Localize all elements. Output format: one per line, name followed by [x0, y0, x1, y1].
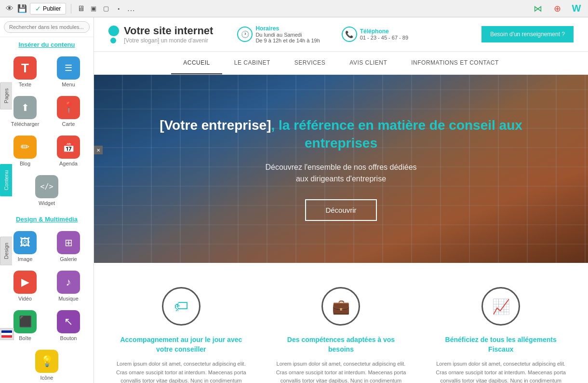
- module-carte[interactable]: 📍 Carte: [47, 92, 90, 131]
- toolbar-left: 👁 💾 ✓ Publier 🖥 ▣ ▢ ▪ ...: [5, 3, 527, 14]
- hero-section: [Votre entreprise], la référence en mati…: [94, 75, 588, 263]
- site-title: Votre site internet: [124, 25, 213, 37]
- close-x-container: ✕: [94, 146, 103, 154]
- hero-title: [Votre entreprise], la référence en mati…: [134, 117, 548, 152]
- module-video[interactable]: ▶ Vidéo: [4, 267, 46, 305]
- save-icon[interactable]: 💾: [17, 4, 27, 14]
- publish-button[interactable]: ✓ Publier: [30, 3, 66, 14]
- galerie-label: Galerie: [60, 256, 77, 262]
- agenda-icon: 📅: [57, 136, 80, 159]
- nav-avis[interactable]: AVIS CLIENT: [337, 52, 399, 74]
- module-agenda[interactable]: 📅 Agenda: [47, 132, 90, 170]
- feature-2-icon: 💼: [321, 287, 360, 326]
- contact-button[interactable]: Besoin d'un renseignement ?: [481, 26, 574, 42]
- logo-dot-large: [108, 26, 119, 36]
- widget-label: Widget: [39, 200, 55, 206]
- horaires-text2: De 9 à 12h et de 14h à 19h: [255, 38, 320, 43]
- feature-3-title: Bénéficiez de tous les allégements Fisca…: [435, 335, 566, 354]
- flag-tab[interactable]: [0, 328, 14, 340]
- nav-cabinet[interactable]: LE CABINET: [222, 52, 282, 74]
- video-icon: ▶: [13, 271, 37, 294]
- menu-icon: ☰: [57, 56, 80, 80]
- phone-icon[interactable]: ▢: [101, 4, 111, 14]
- music-icon: ♪: [57, 271, 80, 294]
- upload-icon: ⬆: [13, 96, 37, 119]
- sidebar: Insérer du contenu T Texte ☰ Menu ⬆ Télé…: [0, 17, 94, 383]
- section-title-insert: Insérer du contenu: [0, 37, 94, 51]
- eye-icon[interactable]: 👁: [5, 4, 14, 14]
- blog-icon: ✏: [13, 136, 37, 159]
- site-header: Votre site internet [Votre slogan] un mo…: [94, 17, 588, 52]
- nav-info[interactable]: INFORMATIONS ET CONTACT: [399, 52, 511, 74]
- carte-label: Carte: [62, 121, 75, 127]
- site-logo: Votre site internet [Votre slogan] un mo…: [108, 25, 213, 44]
- box-icon: ⬛: [13, 310, 37, 333]
- widget-icon: </>: [35, 175, 58, 198]
- design-tab-container: Design: [0, 236, 12, 265]
- publish-label: Publier: [43, 5, 61, 12]
- feature-1-icon: 🏷: [162, 287, 200, 326]
- pages-tab[interactable]: Pages: [0, 82, 12, 109]
- feature-3-icon: 📈: [481, 287, 520, 326]
- more-icon[interactable]: ...: [126, 4, 136, 14]
- video-label: Vidéo: [18, 296, 32, 301]
- brand-icon[interactable]: W: [570, 2, 583, 15]
- feature-2: 💼 Des compétences adaptées à vos besoins…: [268, 287, 414, 383]
- flag-tab-container: [0, 328, 14, 340]
- module-widget[interactable]: </> Widget: [4, 171, 90, 210]
- search-bar: [0, 17, 94, 37]
- header-telephone: 📞 Téléphone 01 - 23 - 45 - 67 - 89: [342, 27, 408, 42]
- section-title-design: Design & Multimédia: [0, 212, 94, 225]
- content-area: Votre site internet [Votre slogan] un mo…: [94, 17, 588, 383]
- horaires-text: Horaires Du lundi au Samedi De 9 à 12h e…: [255, 25, 320, 43]
- logo-text: Votre site internet [Votre slogan] un mo…: [124, 25, 213, 44]
- feature-2-text: Lorem ipsum dolor sit amet, consectetur …: [276, 360, 407, 383]
- pages-tab-container: Pages: [0, 82, 12, 109]
- monitor-icon[interactable]: 🖥: [76, 4, 86, 14]
- main-layout: Insérer du contenu T Texte ☰ Menu ⬆ Télé…: [0, 17, 588, 383]
- phone-icon-circle: 📞: [342, 27, 357, 42]
- nav-services[interactable]: SERVICES: [282, 52, 337, 74]
- module-galerie[interactable]: ⊞ Galerie: [47, 227, 90, 266]
- hero-title-bracket: [Votre entreprise]: [160, 118, 271, 133]
- help-icon[interactable]: ⊕: [550, 2, 564, 15]
- separator-1: [71, 4, 71, 14]
- horaires-text1: Du lundi au Samedi: [255, 32, 320, 38]
- icone-label: Icône: [40, 375, 53, 381]
- menu-label: Menu: [62, 82, 75, 87]
- texte-label: Texte: [19, 82, 31, 87]
- telephone-number: 01 - 23 - 45 - 67 - 89: [360, 35, 408, 41]
- image-label: Image: [18, 256, 33, 262]
- feature-1: 🏷 Accompagnement au jour le jour avec vo…: [108, 287, 254, 383]
- module-bouton[interactable]: ↖ Bouton: [47, 306, 90, 345]
- horaires-label: Horaires: [255, 25, 320, 32]
- blog-label: Blog: [20, 161, 30, 166]
- bouton-label: Bouton: [60, 335, 77, 341]
- button-icon: ↖: [57, 310, 80, 333]
- module-musique[interactable]: ♪ Musique: [47, 267, 90, 305]
- close-sidebar-button[interactable]: ✕: [94, 146, 103, 154]
- contenu-tab[interactable]: Contenu: [0, 164, 12, 197]
- hero-subtitle-line1: Découvrez l'ensemble de nos offres dédié…: [265, 163, 416, 171]
- nav-accueil[interactable]: ACCUEIL: [171, 52, 222, 74]
- hero-subtitle: Découvrez l'ensemble de nos offres dédié…: [134, 162, 548, 185]
- design-modules-grid: 🖼 Image ⊞ Galerie ▶ Vidéo ♪ Musique ⬛ Bo…: [0, 225, 94, 383]
- share-icon[interactable]: ⋈: [531, 2, 545, 15]
- module-icone[interactable]: 💡 Icône: [4, 346, 90, 383]
- insert-modules-grid: T Texte ☰ Menu ⬆ Télécharger 📍 Carte ✏ B…: [0, 51, 94, 212]
- tablet-icon[interactable]: ▣: [89, 4, 98, 14]
- image-icon: 🖼: [13, 231, 37, 254]
- features-section: 🏷 Accompagnement au jour le jour avec vo…: [94, 263, 588, 383]
- phone-small-icon[interactable]: ▪: [114, 4, 123, 14]
- map-icon: 📍: [57, 96, 80, 119]
- feature-2-title: Des compétences adaptées à vos besoins: [276, 335, 407, 354]
- feature-3-text: Lorem ipsum dolor sit amet, consectetur …: [435, 360, 566, 383]
- hero-button[interactable]: Découvrir: [305, 199, 376, 221]
- gallery-icon: ⊞: [57, 231, 80, 254]
- hero-content: [Votre entreprise], la référence en mati…: [124, 107, 558, 231]
- design-tab[interactable]: Design: [0, 236, 12, 265]
- search-input[interactable]: [4, 21, 90, 33]
- module-menu[interactable]: ☰ Menu: [47, 53, 90, 91]
- header-horaires: 🕐 Horaires Du lundi au Samedi De 9 à 12h…: [237, 25, 320, 43]
- telephone-label: Téléphone: [360, 28, 408, 35]
